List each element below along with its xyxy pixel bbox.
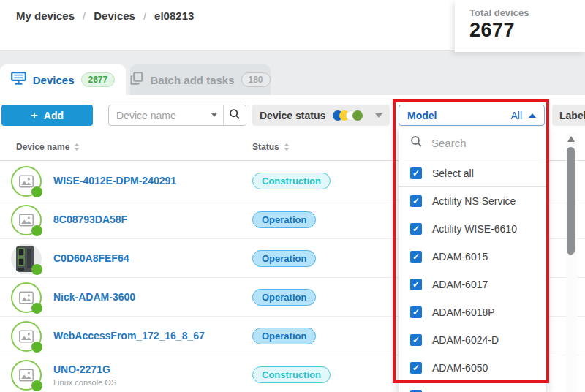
online-status-dot (31, 186, 42, 197)
device-name-link[interactable]: WebAccessFrom_172_16_8_67 (53, 330, 205, 342)
device-subtitle: Linux console OS (53, 378, 116, 387)
total-devices-value: 2677 (469, 19, 585, 42)
tab-devices[interactable]: Devices 2677 (0, 64, 126, 95)
model-option[interactable]: ✓ADAM-6017 (399, 271, 546, 298)
online-status-dot (31, 303, 42, 314)
batch-tasks-icon (130, 72, 143, 88)
app-root: My devices/Devices/el08213 Total devices… (0, 0, 585, 392)
device-name-link[interactable]: C0D60A8FEF64 (53, 252, 129, 264)
model-dropdown-search[interactable] (399, 127, 546, 159)
search-icon (410, 135, 423, 151)
scroll-up-arrow-icon[interactable] (567, 136, 575, 142)
column-header-device-name[interactable]: Device name (16, 142, 80, 152)
chevron-down-icon (375, 113, 382, 118)
checkbox-icon[interactable]: ✓ (410, 223, 422, 235)
breadcrumb-item: el08213 (154, 10, 194, 22)
tab-devices-badge: 2677 (81, 72, 116, 87)
model-option-label: ADAM-6050 (432, 362, 488, 374)
checkbox-icon[interactable]: ✓ (410, 195, 422, 207)
online-status-dot (31, 225, 42, 236)
checkbox-icon[interactable]: ✓ (410, 306, 422, 318)
tab-band: Devices 2677 Batch add tasks 180 (0, 51, 585, 95)
model-option[interactable]: ✓ADAM-6050 (399, 354, 546, 382)
model-option[interactable]: ✓ADAM-6051 (399, 382, 546, 392)
sort-icon (74, 143, 80, 151)
top-bar: My devices/Devices/el08213 Total devices… (0, 0, 585, 51)
status-dot-icon (352, 110, 363, 121)
device-name-dropdown-caret[interactable] (205, 105, 223, 125)
model-option[interactable]: ✓Actility WISE-6610 (399, 215, 546, 243)
filter-label-label: Label (559, 110, 585, 121)
device-name-search-button[interactable] (223, 105, 246, 125)
status-badge: Construction (252, 366, 331, 383)
column-header-status[interactable]: Status (252, 142, 290, 152)
device-name-link[interactable]: UNO-2271G (53, 363, 110, 375)
scrollbar-thumb[interactable] (567, 147, 575, 255)
device-name-search-combo (108, 105, 246, 126)
status-badge: Operation (252, 328, 316, 344)
breadcrumb-separator: / (143, 10, 146, 22)
model-option-list: ✓Select all✓Actility NS Service✓Actility… (399, 159, 546, 392)
device-name-link[interactable]: 8C08793DA58F (53, 214, 127, 225)
model-option[interactable]: ✓ADAM-6018P (399, 298, 546, 326)
online-status-dot (31, 380, 42, 391)
total-devices-label: Total devices (469, 7, 585, 18)
status-badge: Operation (252, 211, 316, 228)
model-option[interactable]: ✓ADAM-6015 (399, 243, 546, 271)
model-option-label: Actility NS Service (432, 195, 516, 207)
checkbox-icon[interactable]: ✓ (410, 279, 422, 290)
model-option-label: ADAM-6017 (432, 279, 488, 290)
status-dots-icon (333, 110, 363, 121)
filter-model-label: Model (407, 110, 437, 121)
status-badge: Operation (252, 289, 316, 306)
add-button-label: Add (44, 110, 64, 121)
add-button[interactable]: + Add (1, 105, 93, 126)
model-option[interactable]: ✓Select all (399, 159, 546, 187)
sort-icon (284, 143, 290, 151)
filter-device-status[interactable]: Device status (252, 105, 390, 126)
online-status-dot (31, 342, 42, 353)
model-option-label: ADAM-6024-D (432, 334, 499, 346)
checkbox-icon[interactable]: ✓ (410, 167, 422, 179)
devices-icon (11, 72, 26, 88)
breadcrumb-item[interactable]: My devices (16, 10, 75, 22)
breadcrumb: My devices/Devices/el08213 (16, 10, 194, 22)
model-option[interactable]: ✓Actility NS Service (399, 187, 546, 215)
device-name-link[interactable]: Nick-ADAM-3600 (53, 291, 135, 303)
total-devices-card: Total devices 2677 (455, 0, 585, 52)
model-option-label: Select all (432, 167, 474, 179)
device-name-link[interactable]: WISE-4012E-DPM-240291 (53, 175, 176, 186)
filter-label[interactable]: Label (552, 105, 585, 126)
filter-model-value: All (510, 110, 522, 121)
filter-device-status-label: Device status (260, 110, 325, 121)
chevron-down-icon (211, 113, 217, 117)
model-option-label: ADAM-6018P (432, 306, 495, 318)
plus-icon: + (31, 109, 38, 121)
model-option[interactable]: ✓ADAM-6024-D (399, 326, 546, 354)
model-option-label: Actility WISE-6610 (432, 223, 517, 235)
checkbox-icon[interactable]: ✓ (410, 251, 422, 263)
tab-batch-add-tasks[interactable]: Batch add tasks 180 (130, 64, 271, 95)
checkbox-icon[interactable]: ✓ (410, 362, 422, 374)
tab-batch-add-tasks-label: Batch add tasks (150, 74, 234, 86)
model-search-input[interactable] (431, 137, 526, 149)
online-status-dot (31, 264, 42, 275)
model-dropdown-menu: ✓Select all✓Actility NS Service✓Actility… (399, 127, 546, 392)
tab-batch-add-tasks-badge: 180 (241, 72, 271, 87)
model-option-label: ADAM-6015 (432, 251, 488, 263)
breadcrumb-separator: / (83, 10, 86, 22)
breadcrumb-item[interactable]: Devices (94, 10, 135, 22)
filter-model[interactable]: Model All (399, 105, 545, 126)
search-icon (229, 108, 241, 123)
device-name-input[interactable] (109, 110, 205, 121)
vertical-scrollbar[interactable] (566, 133, 577, 392)
checkbox-icon[interactable]: ✓ (410, 334, 422, 346)
tab-devices-label: Devices (33, 74, 75, 86)
status-badge: Construction (252, 173, 331, 189)
chevron-up-icon (529, 113, 536, 118)
status-badge: Operation (252, 250, 316, 267)
